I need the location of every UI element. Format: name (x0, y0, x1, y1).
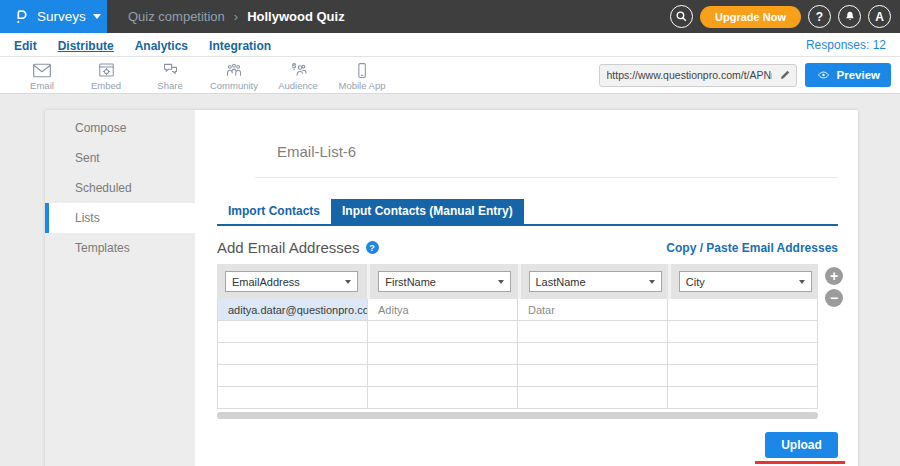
caret-down-icon (345, 280, 351, 284)
channel-label: Email (30, 80, 54, 91)
plus-icon: + (830, 269, 838, 283)
caret-down-icon (799, 280, 805, 284)
channel-label: Audience (278, 80, 318, 91)
edit-url-icon[interactable] (774, 69, 796, 81)
table-cell[interactable] (218, 365, 368, 387)
sidebar-item-scheduled[interactable]: Scheduled (45, 173, 195, 203)
caret-down-icon (498, 280, 504, 284)
table-cell[interactable] (218, 321, 368, 343)
upgrade-button[interactable]: Upgrade Now (700, 6, 801, 28)
product-switcher[interactable]: Surveys (0, 0, 107, 33)
table-row (218, 387, 818, 409)
sidebar-item-templates[interactable]: Templates (45, 233, 195, 263)
table-cell[interactable] (518, 387, 668, 409)
channel-label: Embed (91, 80, 121, 91)
copy-paste-link[interactable]: Copy / Paste Email Addresses (666, 241, 838, 255)
lastname-column-select[interactable]: LastName (529, 271, 662, 292)
caret-down-icon (649, 280, 655, 284)
firstname-column-select[interactable]: FirstName (378, 271, 511, 292)
search-icon (675, 10, 688, 23)
survey-url-input[interactable] (600, 69, 774, 81)
preview-button[interactable]: Preview (805, 63, 891, 87)
notifications-button[interactable] (838, 5, 861, 28)
community-icon (224, 61, 244, 79)
table-cell[interactable] (368, 365, 518, 387)
table-row (218, 365, 818, 387)
tab-input-contacts-manual-entry[interactable]: Input Contacts (Manual Entry) (331, 199, 524, 224)
channel-share[interactable]: Share (138, 59, 202, 91)
breadcrumb-parent[interactable]: Quiz competition (128, 9, 225, 24)
city-column-select[interactable]: City (679, 271, 812, 292)
app-header: Surveys Quiz competition › Hollywood Qui… (0, 0, 900, 33)
add-email-heading: Add Email Addresses (217, 239, 360, 256)
select-value: EmailAddress (232, 276, 300, 288)
table-cell[interactable] (668, 321, 818, 343)
minus-icon: − (830, 291, 838, 305)
channel-email[interactable]: Email (10, 59, 74, 91)
contacts-grid: aditya.datar@questionpro.comAdityaDatar (217, 299, 818, 409)
table-cell[interactable] (518, 343, 668, 365)
sidebar-item-sent[interactable]: Sent (45, 143, 195, 173)
table-cell[interactable] (668, 365, 818, 387)
table-cell[interactable]: Aditya (368, 299, 518, 321)
table-cell[interactable] (368, 321, 518, 343)
channel-label: Community (210, 80, 258, 91)
preview-label: Preview (837, 69, 880, 81)
question-mark-icon: ? (816, 10, 823, 24)
contacts-table: EmailAddressFirstNameLastNameCity aditya… (217, 264, 818, 419)
table-cell[interactable] (668, 299, 818, 321)
add-row-button[interactable]: + (825, 267, 843, 285)
table-cell[interactable] (518, 365, 668, 387)
responses-count: Responses: 12 (806, 38, 886, 52)
avatar-letter: A (875, 10, 884, 24)
page-background: ComposeSentScheduledListsTemplates Email… (0, 94, 900, 466)
contacts-tabs: Import ContactsInput Contacts (Manual En… (217, 199, 838, 226)
sidebar-item-lists[interactable]: Lists (45, 203, 195, 233)
breadcrumb: Quiz competition › Hollywood Quiz (128, 9, 345, 24)
channel-label: Share (157, 80, 182, 91)
table-cell[interactable]: aditya.datar@questionpro.com (218, 299, 368, 321)
table-cell[interactable] (368, 343, 518, 365)
nav-tab-analytics[interactable]: Analytics (135, 39, 188, 53)
scrollbar-thumb[interactable] (217, 412, 818, 419)
eye-icon (816, 69, 831, 81)
search-button[interactable] (670, 5, 693, 28)
channel-mobile-app[interactable]: Mobile App (330, 59, 394, 91)
share-icon (161, 61, 180, 79)
table-cell[interactable] (668, 387, 818, 409)
sidebar-item-compose[interactable]: Compose (45, 113, 195, 143)
remove-row-button[interactable]: − (825, 289, 843, 307)
avatar[interactable]: A (868, 5, 891, 28)
questionpro-logo-icon (13, 6, 30, 27)
column-header-cell: FirstName (367, 264, 517, 299)
caret-down-icon (93, 14, 101, 19)
horizontal-scrollbar[interactable] (217, 412, 818, 419)
column-header-cell: City (668, 264, 818, 299)
table-cell[interactable] (368, 387, 518, 409)
table-row (218, 321, 818, 343)
help-icon[interactable]: ? (366, 241, 379, 254)
table-cell[interactable] (668, 343, 818, 365)
channel-embed[interactable]: Embed (74, 59, 138, 91)
table-cell[interactable]: Datar (518, 299, 668, 321)
embed-icon (97, 61, 116, 79)
survey-url-box (599, 64, 797, 87)
emailaddress-column-select[interactable]: EmailAddress (225, 271, 358, 292)
bell-icon (844, 10, 856, 23)
survey-nav: EditDistributeAnalyticsIntegration Respo… (0, 33, 900, 57)
table-cell[interactable] (218, 343, 368, 365)
audience-icon (288, 61, 308, 79)
nav-tab-distribute[interactable]: Distribute (58, 39, 114, 53)
nav-tab-integration[interactable]: Integration (209, 39, 271, 53)
channel-community[interactable]: Community (202, 59, 266, 91)
table-cell[interactable] (518, 321, 668, 343)
table-row (218, 343, 818, 365)
nav-tab-edit[interactable]: Edit (14, 39, 37, 53)
breadcrumb-separator: › (234, 9, 238, 24)
channel-audience[interactable]: Audience (266, 59, 330, 91)
table-cell[interactable] (218, 387, 368, 409)
upload-button[interactable]: Upload (765, 432, 838, 458)
tab-import-contacts[interactable]: Import Contacts (217, 199, 331, 224)
title-divider (255, 177, 838, 178)
help-button[interactable]: ? (808, 5, 831, 28)
